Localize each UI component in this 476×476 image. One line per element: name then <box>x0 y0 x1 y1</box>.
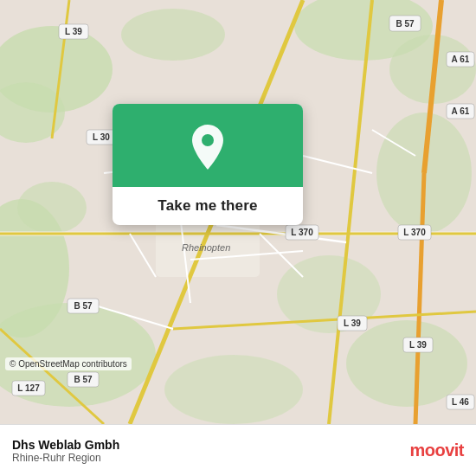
svg-point-12 <box>346 320 467 407</box>
place-title: Dhs Weblab Gmbh <box>12 438 404 452</box>
svg-text:L 127: L 127 <box>17 383 40 393</box>
svg-text:L 46: L 46 <box>452 397 469 407</box>
location-pin-icon <box>187 123 228 171</box>
map-container: B 57 L 39 A 61 A 61 L 370 L 370 L 30 B 5… <box>0 0 476 424</box>
svg-text:L 39: L 39 <box>344 318 361 328</box>
bottom-info: Dhs Weblab Gmbh Rhine-Ruhr Region <box>12 438 404 464</box>
svg-text:L 30: L 30 <box>93 132 110 142</box>
svg-point-4 <box>17 182 87 234</box>
moovit-brand-text: moovit <box>409 441 464 460</box>
moovit-logo: moovit <box>409 441 464 460</box>
svg-text:B 57: B 57 <box>396 19 415 29</box>
osm-credit: © OpenStreetMap contributors <box>5 357 132 370</box>
svg-text:A 61: A 61 <box>452 55 470 64</box>
svg-text:Rheinopten: Rheinopten <box>182 242 230 253</box>
place-subtitle: Rhine-Ruhr Region <box>12 452 404 464</box>
svg-text:L 370: L 370 <box>403 228 426 237</box>
svg-text:A 61: A 61 <box>452 106 470 116</box>
svg-point-11 <box>164 355 303 424</box>
bottom-bar: Dhs Weblab Gmbh Rhine-Ruhr Region moovit <box>0 424 476 476</box>
map-card-green-header <box>113 104 303 187</box>
svg-text:B 57: B 57 <box>74 301 93 311</box>
svg-text:L 370: L 370 <box>291 228 313 237</box>
take-me-there-button[interactable]: Take me there <box>142 187 273 225</box>
map-card: Take me there <box>113 104 303 225</box>
svg-text:L 39: L 39 <box>409 340 427 350</box>
svg-point-59 <box>202 134 214 146</box>
svg-text:B 57: B 57 <box>74 375 93 384</box>
svg-point-6 <box>121 9 225 61</box>
svg-text:L 39: L 39 <box>65 27 82 36</box>
